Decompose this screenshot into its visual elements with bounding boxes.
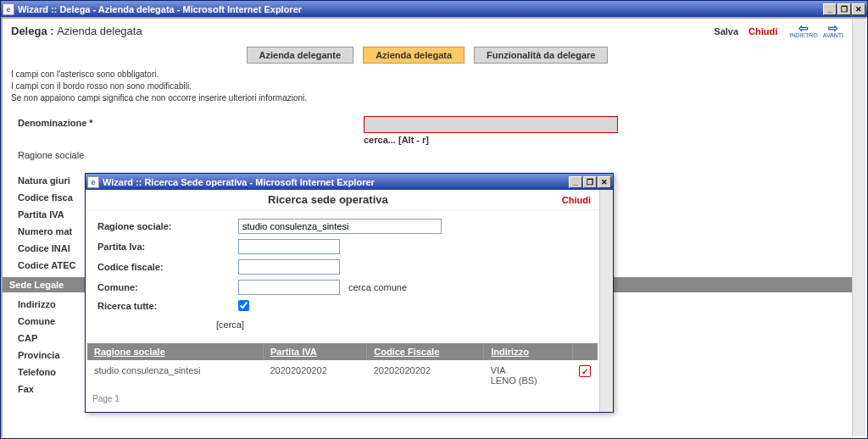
dialog-titlebar: e Wizard :: Ricerca Sede operativa - Mic… xyxy=(86,174,613,190)
dlg-codice-fiscale-label: Codice fiscale: xyxy=(97,262,238,272)
minimize-button[interactable]: _ xyxy=(823,3,837,15)
back-button[interactable]: ⇦ INDIETRO xyxy=(789,24,817,38)
dlg-partita-iva-label: Partita Iva: xyxy=(97,242,238,252)
arrow-right-icon: ⇨ xyxy=(828,24,838,32)
ragione-sociale-label: Ragione sociale xyxy=(18,150,837,160)
dlg-ricerca-tutte-checkbox[interactable] xyxy=(238,300,249,311)
cell-ragione-sociale: studio consulenza_sintesi xyxy=(87,360,263,391)
arrow-left-icon: ⇦ xyxy=(798,24,809,32)
dialog-window-title: Wizard :: Ricerca Sede operativa - Micro… xyxy=(103,177,569,187)
save-button[interactable]: Salva xyxy=(714,26,738,36)
denominazione-label: Denominazione * xyxy=(18,116,364,128)
table-row: studio consulenza_sintesi 20202020202 20… xyxy=(87,360,598,391)
main-titlebar: e Wizard :: Delega - Azienda delegata - … xyxy=(1,1,867,17)
dialog-minimize-button[interactable]: _ xyxy=(569,176,582,188)
main-scrollbar[interactable] xyxy=(852,19,865,436)
th-partita-iva[interactable]: Partita IVA xyxy=(263,343,366,360)
dialog-close-window-button[interactable]: ✕ xyxy=(598,176,611,188)
tab-funzionalita[interactable]: Funzionalità da delegare xyxy=(474,47,608,64)
page-header: Delega : Azienda delegata Salva Chiudi ⇦… xyxy=(3,19,852,43)
cerca-link[interactable]: [cerca] xyxy=(97,316,587,338)
search-dialog: e Wizard :: Ricerca Sede operativa - Mic… xyxy=(85,173,614,413)
cell-codice-fiscale: 20202020202 xyxy=(367,360,484,391)
denominazione-input xyxy=(364,116,618,133)
dialog-restore-button[interactable]: ❐ xyxy=(583,176,597,188)
dlg-codice-fiscale-input[interactable] xyxy=(238,259,340,275)
th-ragione-sociale[interactable]: Ragione sociale xyxy=(87,343,263,360)
dlg-partita-iva-input[interactable] xyxy=(238,239,340,254)
page-subheading: Azienda delegata xyxy=(57,25,142,37)
ie-icon: e xyxy=(87,176,99,188)
cell-partita-iva: 20202020202 xyxy=(263,360,366,391)
results-table: Ragione sociale Partita IVA Codice Fisca… xyxy=(87,343,598,391)
close-window-button[interactable]: ✕ xyxy=(852,3,865,15)
pager: Page 1 xyxy=(86,391,599,412)
dialog-scrollbar[interactable] xyxy=(599,190,613,412)
ie-icon: e xyxy=(3,3,14,15)
main-ie-window: e Wizard :: Delega - Azienda delegata - … xyxy=(0,0,868,439)
tab-delegante[interactable]: Azienda delegante xyxy=(247,47,354,64)
forward-button[interactable]: ⇨ AVANTI xyxy=(823,24,843,38)
dlg-ricerca-tutte-label: Ricerca tutte: xyxy=(97,301,238,311)
select-row-icon[interactable]: ✓ xyxy=(579,365,591,377)
dialog-close-link[interactable]: Chiudi xyxy=(562,195,591,205)
dlg-ragione-sociale-input[interactable] xyxy=(238,219,442,234)
cell-indirizzo: VIA LENO (BS) xyxy=(484,360,572,391)
restore-button[interactable]: ❐ xyxy=(837,3,851,15)
dlg-comune-input[interactable] xyxy=(238,280,340,295)
cerca-hint[interactable]: cerca... [Alt - r] xyxy=(364,135,618,145)
page-heading: Delega : xyxy=(11,25,54,37)
dlg-ragione-sociale-label: Ragione sociale: xyxy=(97,221,238,231)
help-text: I campi con l'asterisco sono obbligatori… xyxy=(3,69,852,113)
dialog-title: Ricerca sede operativa xyxy=(94,193,562,206)
wizard-tabs: Azienda delegante Azienda delegata Funzi… xyxy=(3,43,852,69)
th-indirizzo[interactable]: Indirizzo xyxy=(484,343,572,360)
th-codice-fiscale[interactable]: Codice Fiscale xyxy=(367,343,484,360)
dlg-comune-label: Comune: xyxy=(97,282,238,292)
tab-delegata[interactable]: Azienda delegata xyxy=(363,47,465,64)
close-button[interactable]: Chiudi xyxy=(748,26,777,36)
window-title: Wizard :: Delega - Azienda delegata - Mi… xyxy=(18,4,823,14)
th-select xyxy=(572,343,598,360)
cerca-comune-link[interactable]: cerca comune xyxy=(348,282,407,292)
